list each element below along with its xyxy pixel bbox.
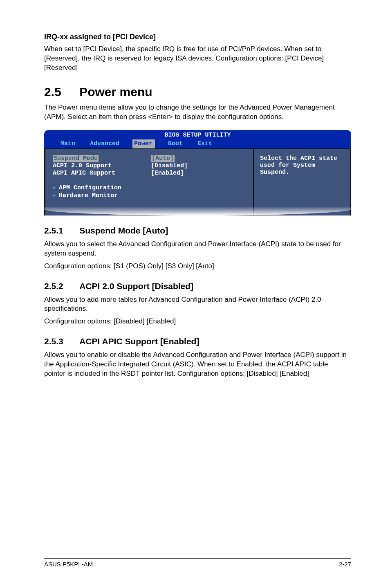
bios-body: Suspend Mode [Auto] ACPI 2.0 Support [Di…: [44, 148, 351, 215]
section-2-5-3-number: 2.5.3: [44, 337, 63, 346]
bios-apm-label: APM Configuration: [59, 184, 121, 191]
section-2-5-1-number: 2.5.1: [44, 226, 63, 236]
section-2-5-2-body: Allows you to add more tables for Advanc…: [44, 295, 351, 314]
bios-menu-main[interactable]: Main: [59, 139, 77, 148]
section-2-5-3-header: 2.5.3 ACPI APIC Support [Enabled]: [44, 337, 351, 346]
triangle-right-icon: ▸: [53, 184, 56, 191]
bios-hwmon-label: Hardware Monitor: [59, 192, 118, 199]
section-2-5-3-body: Allows you to enable or disable the Adva…: [44, 350, 351, 379]
bios-topbar: BIOS SETUP UTILITY Main Advanced Power B…: [44, 130, 351, 148]
bios-apic-label: ACPI APIC Support: [53, 170, 115, 177]
bios-suspend-value: [Auto]: [151, 155, 175, 162]
irq-title: IRQ-xx assigned to [PCI Device]: [44, 33, 351, 41]
bios-acpi20-value: [Disabled]: [151, 162, 188, 169]
bios-suspend-label: Suspend Mode: [53, 155, 99, 162]
section-2-5-2-config: Configuration options: [Disabled] [Enabl…: [44, 317, 351, 326]
bios-row-acpi20[interactable]: ACPI 2.0 Support [Disabled]: [53, 162, 249, 170]
section-2-5-title: Power menu: [79, 85, 152, 99]
bios-menubar: Main Advanced Power Boot Exit: [44, 139, 351, 148]
bios-row-hwmon[interactable]: ▸Hardware Monitor: [53, 191, 249, 199]
section-2-5-1-header: 2.5.1 Suspend Mode [Auto]: [44, 226, 351, 236]
bios-panel: BIOS SETUP UTILITY Main Advanced Power B…: [44, 130, 351, 215]
bios-row-suspend[interactable]: Suspend Mode [Auto]: [53, 155, 249, 162]
section-2-5-1-body: Allows you to select the Advanced Config…: [44, 240, 351, 258]
bios-row-apm[interactable]: ▸APM Configuration: [53, 184, 249, 191]
bios-menu-exit[interactable]: Exit: [196, 139, 214, 148]
bios-right-pane: Select the ACPI state used for System Su…: [253, 148, 351, 215]
bios-menu-advanced[interactable]: Advanced: [88, 139, 121, 148]
bios-row-apic[interactable]: ACPI APIC Support [Enabled]: [53, 170, 249, 177]
section-2-5-1-title: Suspend Mode [Auto]: [79, 226, 168, 235]
triangle-right-icon: ▸: [53, 192, 56, 199]
section-2-5-3-title: ACPI APIC Support [Enabled]: [79, 337, 199, 346]
section-2-5-header: 2.5 Power menu: [44, 85, 351, 99]
section-2-5-2-title: ACPI 2.0 Support [Disabled]: [79, 281, 193, 291]
section-2-5-1-config: Configuration options: [S1 (POS) Only] […: [44, 262, 351, 271]
footer-right: 2-27: [339, 561, 351, 568]
section-2-5-intro: The Power menu items allow you to change…: [44, 103, 351, 122]
bios-apic-value: [Enabled]: [151, 170, 184, 177]
bios-menu-power[interactable]: Power: [132, 139, 155, 148]
section-2-5-number: 2.5: [44, 85, 61, 99]
bios-menu-boot[interactable]: Boot: [166, 139, 184, 148]
irq-body: When set to [PCI Device], the specific I…: [44, 45, 351, 73]
bios-acpi20-label: ACPI 2.0 Support: [53, 162, 112, 169]
page-footer: ASUS P5KPL-AM 2-27: [44, 558, 351, 568]
bios-left-pane: Suspend Mode [Auto] ACPI 2.0 Support [Di…: [44, 148, 253, 215]
bios-title: BIOS SETUP UTILITY: [44, 132, 351, 139]
bios-help-text: Select the ACPI state used for System Su…: [260, 155, 346, 176]
section-2-5-2-number: 2.5.2: [44, 281, 63, 291]
section-2-5-2-header: 2.5.2 ACPI 2.0 Support [Disabled]: [44, 281, 351, 291]
footer-left: ASUS P5KPL-AM: [44, 561, 93, 568]
